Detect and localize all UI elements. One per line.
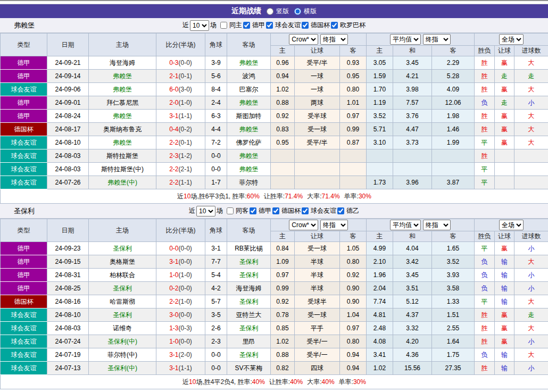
asian-home-odds: 0.84 xyxy=(271,242,295,255)
match-row: 球会友谊24-08-03诺维奇1-3(0-3)2-6圣保利0.85平手0.972… xyxy=(1,322,548,335)
avg-home-odds: 1.70 xyxy=(367,83,393,96)
avg-home-odds: 4.99 xyxy=(367,242,393,255)
score-halftime: (1-1) xyxy=(179,179,192,186)
result-handicap: 赢 xyxy=(495,242,514,255)
home-team: 拜仁慕尼黑 xyxy=(89,96,156,110)
score-halftime: (2-0) xyxy=(179,351,192,358)
avg-draw-odds: 3.96 xyxy=(393,176,432,189)
league-checkbox-dfb-pokal[interactable] xyxy=(302,22,309,29)
away-team: 弗赖堡 xyxy=(227,96,271,110)
league-checkbox-bundesliga2[interactable] xyxy=(337,207,344,214)
odds-time-select[interactable]: 终指 xyxy=(320,34,348,45)
match-type-badge: 德甲 xyxy=(1,269,47,282)
handicap-rate-label: 让胜率: xyxy=(269,378,290,386)
asian-away-odds: 0.97 xyxy=(340,322,367,335)
avg-home-odds: 1.02 xyxy=(367,362,393,375)
away-team: 巴塞尔 xyxy=(227,83,271,96)
odds-company-select[interactable]: Crow* xyxy=(289,220,318,230)
col-header-type: 类型 xyxy=(1,219,47,242)
match-date: 24-08-17 xyxy=(47,123,89,136)
league-checkbox-dfb-pokal[interactable] xyxy=(272,207,279,214)
asian-home-odds: 0.97 xyxy=(271,269,295,282)
home-team: 诺维奇 xyxy=(89,322,156,335)
score-fulltime: 0-3 xyxy=(169,59,178,66)
league-checkbox-bundesliga[interactable] xyxy=(250,207,256,214)
league-checkbox-europa[interactable] xyxy=(331,22,338,29)
league-label-bundesliga2: 德乙 xyxy=(346,206,359,215)
result-goals: 走 xyxy=(514,308,548,322)
asian-away-odds xyxy=(340,149,367,163)
away-team: 弗赖堡 xyxy=(227,149,271,163)
match-row: 德甲24-09-21海登海姆0-3(0-0)3-9弗赖堡0.96受平/半0.93… xyxy=(1,56,548,70)
team2-summary-line: 近10场,胜4平2负4, 胜率:40%让胜率:40%大率:40%单率:30% xyxy=(1,375,548,389)
result-goals: 大 xyxy=(514,348,548,362)
scope-select[interactable]: 全场 xyxy=(499,220,524,230)
match-type-badge: 球会友谊 xyxy=(1,322,47,335)
odds-time-select[interactable]: 终指 xyxy=(320,220,348,230)
league-label-friendly: 球会友谊 xyxy=(311,206,336,215)
asian-home-odds: 0.95 xyxy=(271,136,295,149)
europe-source-select[interactable]: 平均值 xyxy=(390,220,421,230)
match-type-badge: 球会友谊 xyxy=(1,308,47,322)
score-halftime: (1-0) xyxy=(179,99,192,106)
match-type-badge: 德甲 xyxy=(1,110,47,123)
asian-home-odds: 1.02 xyxy=(271,83,295,96)
avg-home-odds: 1.73 xyxy=(367,176,393,189)
result-wdl: 胜 xyxy=(475,83,495,96)
games-label: 场 xyxy=(217,206,223,215)
avg-draw-odds: 4.20 xyxy=(393,335,432,348)
score-cell: 2-0(1-0) xyxy=(156,96,205,110)
result-handicap xyxy=(495,149,514,163)
match-date: 24-08-25 xyxy=(47,282,89,295)
result-handicap: 输 xyxy=(495,255,514,269)
score-cell: 3-1(1-1) xyxy=(156,362,205,375)
result-handicap: 走 xyxy=(495,70,514,83)
asian-handicap: 一球 xyxy=(295,70,340,83)
result-goals xyxy=(514,149,548,163)
score-halftime: (1-0) xyxy=(179,298,192,305)
result-handicap: 走 xyxy=(495,96,514,110)
vertical-layout-radio[interactable] xyxy=(267,8,273,15)
league-checkbox-friendly[interactable] xyxy=(302,207,309,214)
avg-home-odds: 7.74 xyxy=(367,295,393,308)
asian-home-odds: 0.78 xyxy=(271,308,295,322)
score-cell: 2-2(1-0) xyxy=(156,295,205,308)
recent-count-select[interactable]: 10 xyxy=(190,20,209,31)
europe-time-select[interactable]: 终指 xyxy=(423,220,451,230)
scope-select[interactable]: 全场 xyxy=(499,34,524,45)
result-wdl: 负 xyxy=(475,96,495,110)
single-rate-value: 30% xyxy=(353,378,366,386)
vertical-layout-option[interactable]: 竖版 xyxy=(267,7,289,16)
horizontal-layout-radio[interactable] xyxy=(294,8,301,15)
same-away-checkbox[interactable] xyxy=(227,207,234,214)
score-fulltime: 1-3 xyxy=(169,324,178,332)
avg-away-odds: 1.64 xyxy=(432,335,475,348)
corner-score: 7-7 xyxy=(205,255,227,269)
away-team: 海登海姆 xyxy=(227,282,271,295)
asian-handicap: 受一球 xyxy=(295,123,340,136)
team2-matches-table: 类型 日期 主场 比分(半场) 角球 客场 Crow* 终指 平均值 终指 全场… xyxy=(0,219,548,389)
recent-count-select[interactable]: 10 xyxy=(196,206,215,216)
col-header-corner: 角球 xyxy=(205,219,227,242)
result-wdl: 平 xyxy=(475,242,495,255)
league-checkbox-bundesliga[interactable] xyxy=(243,22,250,29)
avg-draw-odds: 5.12 xyxy=(393,295,432,308)
summary-count: 10 xyxy=(189,378,196,386)
match-row: 球会友谊24-09-06弗赖堡6-0(3-0)8-4巴塞尔1.02一球0.801… xyxy=(1,83,548,96)
result-wdl: 胜 xyxy=(475,56,495,70)
score-fulltime: 3-0 xyxy=(169,311,178,319)
avg-away-odds: 1.51 xyxy=(432,308,475,322)
same-home-checkbox[interactable] xyxy=(220,22,227,29)
away-team: 斯图加特 xyxy=(227,110,271,123)
asian-handicap: 受球半 xyxy=(295,295,340,308)
europe-source-select[interactable]: 平均值 xyxy=(390,34,421,45)
odds-company-select[interactable]: Crow* xyxy=(289,34,318,45)
score-cell: 6-0(3-0) xyxy=(156,83,205,96)
europe-time-select[interactable]: 终指 xyxy=(423,34,451,45)
avg-draw-odds: 3.45 xyxy=(393,269,432,282)
asian-away-odds: 0.90 xyxy=(340,282,367,295)
result-goals: 大 xyxy=(514,123,548,136)
league-checkbox-friendly[interactable] xyxy=(266,22,273,29)
horizontal-layout-option[interactable]: 横版 xyxy=(294,7,317,16)
result-goals: 小 xyxy=(514,96,548,110)
